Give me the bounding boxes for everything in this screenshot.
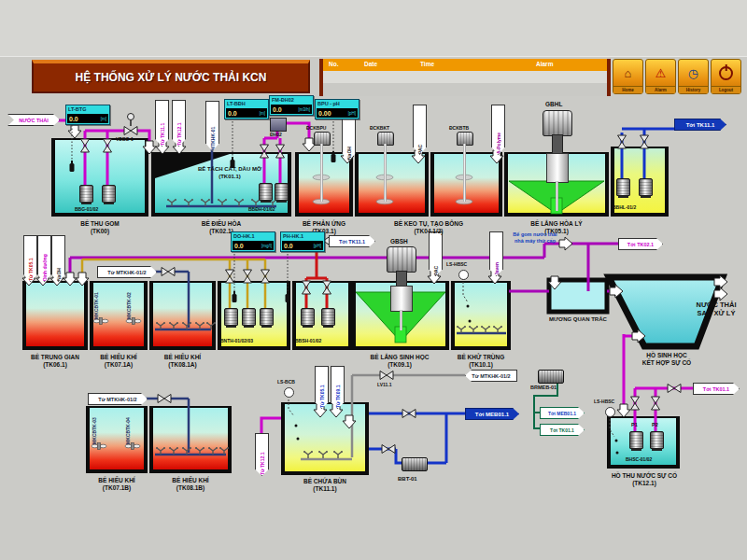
label-tk04: BỂ KEO TỤ, TẠO BÔNG(TK04.1/2): [355, 220, 502, 235]
label-tk101: BỂ KHỬ TRÙNG(TK10.1): [449, 354, 513, 369]
label-dckbpu: ĐCKBPU: [306, 125, 326, 131]
arrow-from-mtkhk-bot: Từ MTKHK-01/2: [88, 393, 148, 405]
level-switch-hbsc-1[interactable]: [458, 270, 469, 280]
label-mkcbtk04: MKCBTK-04: [125, 411, 131, 444]
label-bhsc: BHSC-01/02: [626, 456, 652, 462]
gbhl-shaft: [556, 181, 558, 211]
arrow-from-mtkhk-right: Từ MTKHK-01/2: [465, 370, 517, 382]
col-date: Date: [364, 61, 377, 67]
scada-screen: LT-BTG 0.0[m] LT-BĐH 0.0[m] FM-ĐH02 0.0[…: [0, 0, 747, 560]
page-title: HỆ THỐNG XỬ LÝ NƯỚC THẢI KCN: [32, 60, 310, 93]
label-dckbtb: ĐCKBTB: [449, 125, 469, 131]
pump-bnth-3[interactable]: [260, 308, 274, 326]
display-do-hk: DO-HK.1 0.0[mg/l]: [231, 231, 275, 252]
label-mkcbtk03: MKCBTK-03: [92, 411, 97, 444]
history-button[interactable]: ◷ History: [678, 59, 709, 94]
tag-from-tk051-bot: Từ TK05.1: [315, 366, 329, 409]
logout-icon: [719, 66, 733, 80]
tag-naoh-top: NaOH: [342, 116, 356, 161]
tag-apolyme: A-Polyme: [491, 105, 505, 155]
label-ls-hbsc-2: LS-HBSC: [594, 399, 614, 404]
tag-dinh-duong: Dinh dưỡng: [37, 235, 51, 282]
label-brmeb01: BRMEB-01: [530, 385, 557, 390]
label-tk111: BỂ CHỨA BÙN(TK11.1): [279, 478, 371, 493]
pump-bnth-2[interactable]: [242, 308, 256, 326]
pump-bhsc-2[interactable]: [650, 431, 664, 449]
arrow-to-tk011-bot: Tới TK01.1: [693, 383, 740, 395]
label-dckbkt: ĐCKBKT: [370, 125, 389, 131]
alarm-table[interactable]: No. Date Time Alarm: [319, 59, 611, 96]
display-fm-dh02: FM-ĐH02 0.0[m3/h]: [269, 95, 314, 116]
tag-javen: Javen: [489, 231, 503, 276]
drive-gbsh[interactable]: [387, 246, 416, 273]
label-vdbg1: VĐBG-1: [116, 136, 134, 142]
col-no: No.: [329, 61, 338, 67]
arrow-from-mtkhk-mid: Từ MTKHK-01/2: [97, 266, 157, 278]
tag-pac-top: PAC: [413, 105, 427, 155]
history-icon: ◷: [688, 60, 698, 86]
arrow-to-meb011-blue: Tới MEB01.1: [465, 408, 519, 420]
pump-bbhl-1[interactable]: [616, 178, 630, 196]
pump-bnth-1[interactable]: [224, 308, 238, 326]
pump-bhsc-1[interactable]: [629, 431, 643, 449]
pump-bbg-1[interactable]: [79, 185, 93, 203]
pump-bbg-2[interactable]: [102, 185, 116, 203]
arrow-to-tk011-green: Tới TK01.1: [540, 424, 585, 436]
col-time: Time: [420, 61, 434, 67]
secondary-inflow-note: Bể gom nước thảinhà máy thứ cấp: [506, 231, 564, 245]
alarm-icon: ⚠: [655, 60, 667, 86]
gbsh-column: [390, 286, 413, 312]
arrow-to-tk021: Tới TK02.1: [618, 238, 663, 250]
tag-from-tk121-bot: Từ TK12.1: [255, 433, 269, 476]
outlet-label: NƯỚC THẢISAU XỬ LÝ: [687, 301, 745, 318]
label-dh02: ĐH02: [270, 132, 282, 137]
arrow-to-meb011-green: Tới MEB01.1: [540, 407, 585, 419]
label-tk011: BỂ TÁCH CÁT, DẦU MỠ(TK01.1): [174, 166, 286, 180]
tag-mtkhk01: MTKHK-01: [205, 101, 219, 151]
label-bnth: BNTH-01/02/03: [220, 338, 253, 343]
level-switch-hbsc-2[interactable]: [605, 407, 615, 417]
pump-bbdh-2[interactable]: [275, 183, 289, 201]
mixer-shaft: [463, 144, 466, 202]
label-mkcbtk01: MKCBTK-01: [93, 286, 99, 319]
alarm-table-header: No. Date Time Alarm: [323, 59, 607, 71]
label-lv111: LV11.1: [377, 382, 391, 387]
blower-brmeb01[interactable]: [538, 370, 564, 384]
pump-bbsh-1[interactable]: [301, 308, 315, 326]
gbsh-shaft: [400, 310, 402, 330]
label-mkcbtk02: MKCBTK-02: [126, 286, 132, 319]
flowmeter-dh02[interactable]: [270, 118, 287, 132]
gbhl-stand: [552, 134, 563, 155]
level-switch-bcb[interactable]: [284, 387, 294, 398]
display-lt-bdh: LT-BĐH 0.0[m]: [224, 99, 269, 119]
label-tk091: BỂ LẮNG SINH HỌC(TK09.1): [350, 354, 449, 369]
pump-bbt01[interactable]: [402, 457, 428, 471]
label-tk061: BỂ TRUNG GIAN(TK06.1): [19, 354, 92, 369]
display-lt-btg: LT-BTG 0.0[m]: [65, 105, 110, 125]
alarm-button[interactable]: ⚠ Alarm: [645, 59, 676, 94]
label-p1: P1: [631, 422, 638, 427]
label-gbhl: GBHL: [545, 101, 562, 107]
alarm-row: [323, 71, 607, 83]
impellers: [313, 175, 472, 204]
label-tk121: HỒ THU NƯỚC SỰ CỐ(TK12.1): [599, 472, 689, 487]
label-tk081a: BỂ HIẾU KHÍ(TK08.1A): [148, 354, 218, 369]
mixer-shaft: [384, 144, 387, 202]
inlet-arrow: NƯỚC THẢI: [7, 114, 60, 126]
col-alarm: Alarm: [536, 61, 553, 67]
pump-bbsh-2[interactable]: [321, 308, 335, 326]
pump-bbdh-1[interactable]: [259, 183, 273, 201]
label-muong: MƯƠNG QUAN TRẮC: [544, 316, 612, 324]
logout-button[interactable]: Logout: [711, 59, 741, 94]
label-tk071a: BỂ HIẾU KHÍ(TK07.1A): [88, 354, 149, 369]
home-button[interactable]: ⌂ Home: [613, 59, 643, 94]
label-tk00: BỂ THU GOM(TK00): [51, 220, 148, 235]
tag-from-tk111: Từ TK11.1: [155, 100, 169, 147]
gbhl-column: [546, 153, 569, 183]
label-gbsh: GBSH: [390, 238, 408, 245]
drive-gbhl[interactable]: [543, 110, 572, 136]
label-ls-bcb: LS-BCB: [277, 379, 295, 385]
home-icon: ⌂: [625, 60, 632, 86]
tag-from-tk051-mid: Từ TK05.1: [23, 235, 37, 282]
pump-bbhl-2[interactable]: [639, 178, 653, 196]
